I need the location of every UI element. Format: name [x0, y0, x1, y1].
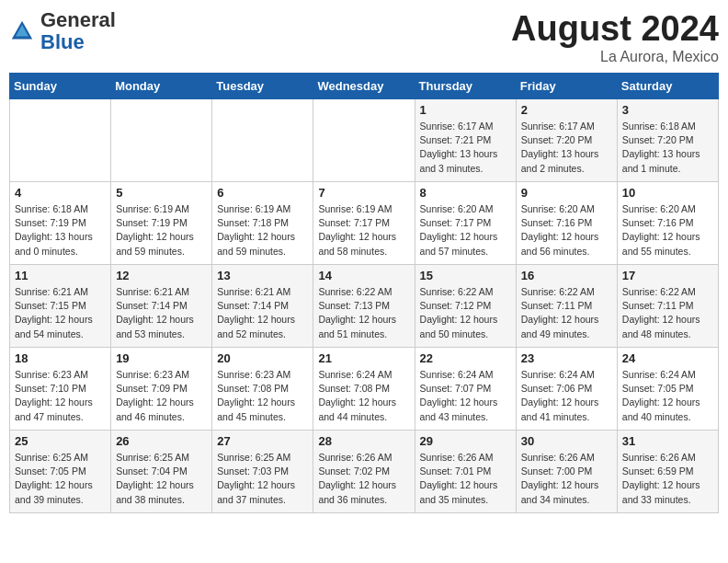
- calendar-cell: 29Sunrise: 6:26 AM Sunset: 7:01 PM Dayli…: [415, 431, 516, 513]
- day-info: Sunrise: 6:26 AM Sunset: 7:01 PM Dayligh…: [420, 451, 511, 507]
- day-number: 23: [521, 351, 612, 365]
- calendar-cell: [10, 99, 111, 182]
- day-info: Sunrise: 6:18 AM Sunset: 7:20 PM Dayligh…: [622, 120, 713, 176]
- day-info: Sunrise: 6:22 AM Sunset: 7:11 PM Dayligh…: [622, 285, 713, 341]
- calendar-cell: [313, 99, 415, 182]
- calendar-table: SundayMondayTuesdayWednesdayThursdayFrid…: [9, 73, 719, 513]
- column-header-monday: Monday: [111, 74, 212, 99]
- day-info: Sunrise: 6:25 AM Sunset: 7:03 PM Dayligh…: [217, 451, 308, 507]
- page-header: General Blue August 2024 La Aurora, Mexi…: [9, 9, 719, 65]
- day-info: Sunrise: 6:26 AM Sunset: 7:02 PM Dayligh…: [318, 451, 409, 507]
- day-number: 13: [217, 269, 308, 282]
- calendar-cell: 13Sunrise: 6:21 AM Sunset: 7:14 PM Dayli…: [212, 265, 313, 348]
- calendar-cell: 28Sunrise: 6:26 AM Sunset: 7:02 PM Dayli…: [313, 431, 415, 513]
- day-info: Sunrise: 6:25 AM Sunset: 7:05 PM Dayligh…: [15, 451, 106, 507]
- calendar-cell: 12Sunrise: 6:21 AM Sunset: 7:14 PM Dayli…: [111, 265, 212, 348]
- day-info: Sunrise: 6:19 AM Sunset: 7:18 PM Dayligh…: [217, 202, 308, 259]
- day-info: Sunrise: 6:20 AM Sunset: 7:17 PM Dayligh…: [420, 202, 511, 259]
- day-info: Sunrise: 6:24 AM Sunset: 7:08 PM Dayligh…: [318, 368, 409, 424]
- column-header-wednesday: Wednesday: [313, 74, 415, 99]
- calendar-cell: 1Sunrise: 6:17 AM Sunset: 7:21 PM Daylig…: [415, 99, 516, 182]
- day-info: Sunrise: 6:17 AM Sunset: 7:20 PM Dayligh…: [521, 120, 612, 176]
- day-number: 1: [420, 103, 511, 117]
- calendar-cell: 9Sunrise: 6:20 AM Sunset: 7:16 PM Daylig…: [516, 182, 617, 265]
- day-number: 2: [521, 103, 612, 117]
- calendar-cell: 6Sunrise: 6:19 AM Sunset: 7:18 PM Daylig…: [212, 182, 313, 265]
- day-info: Sunrise: 6:23 AM Sunset: 7:10 PM Dayligh…: [15, 368, 106, 424]
- calendar-cell: 24Sunrise: 6:24 AM Sunset: 7:05 PM Dayli…: [617, 348, 718, 431]
- logo: General Blue: [9, 9, 116, 53]
- calendar-cell: 23Sunrise: 6:24 AM Sunset: 7:06 PM Dayli…: [516, 348, 617, 431]
- day-number: 29: [420, 434, 511, 448]
- day-number: 22: [420, 351, 511, 365]
- day-info: Sunrise: 6:20 AM Sunset: 7:16 PM Dayligh…: [622, 202, 713, 259]
- calendar-cell: 26Sunrise: 6:25 AM Sunset: 7:04 PM Dayli…: [111, 431, 212, 513]
- column-header-sunday: Sunday: [10, 74, 111, 99]
- day-info: Sunrise: 6:19 AM Sunset: 7:19 PM Dayligh…: [116, 202, 207, 259]
- calendar-cell: 19Sunrise: 6:23 AM Sunset: 7:09 PM Dayli…: [111, 348, 212, 431]
- week-row-5: 25Sunrise: 6:25 AM Sunset: 7:05 PM Dayli…: [10, 431, 719, 513]
- day-info: Sunrise: 6:20 AM Sunset: 7:16 PM Dayligh…: [521, 202, 612, 259]
- day-info: Sunrise: 6:21 AM Sunset: 7:14 PM Dayligh…: [217, 285, 308, 341]
- day-number: 11: [15, 269, 106, 282]
- day-number: 25: [15, 434, 106, 448]
- day-number: 26: [116, 434, 207, 448]
- day-info: Sunrise: 6:22 AM Sunset: 7:13 PM Dayligh…: [318, 285, 409, 341]
- day-info: Sunrise: 6:24 AM Sunset: 7:06 PM Dayligh…: [521, 368, 612, 424]
- day-number: 8: [420, 186, 511, 200]
- day-info: Sunrise: 6:17 AM Sunset: 7:21 PM Dayligh…: [420, 120, 511, 176]
- day-number: 21: [318, 351, 409, 365]
- calendar-cell: 22Sunrise: 6:24 AM Sunset: 7:07 PM Dayli…: [415, 348, 516, 431]
- week-row-4: 18Sunrise: 6:23 AM Sunset: 7:10 PM Dayli…: [10, 348, 719, 431]
- day-number: 28: [318, 434, 409, 448]
- day-number: 14: [318, 269, 409, 282]
- day-number: 4: [15, 186, 106, 200]
- calendar-cell: 8Sunrise: 6:20 AM Sunset: 7:17 PM Daylig…: [415, 182, 516, 265]
- day-number: 17: [622, 269, 713, 282]
- calendar-cell: 17Sunrise: 6:22 AM Sunset: 7:11 PM Dayli…: [617, 265, 718, 348]
- calendar-cell: 31Sunrise: 6:26 AM Sunset: 6:59 PM Dayli…: [617, 431, 718, 513]
- location-subtitle: La Aurora, Mexico: [511, 49, 719, 65]
- calendar-cell: 2Sunrise: 6:17 AM Sunset: 7:20 PM Daylig…: [516, 99, 617, 182]
- calendar-cell: 27Sunrise: 6:25 AM Sunset: 7:03 PM Dayli…: [212, 431, 313, 513]
- calendar-cell: 5Sunrise: 6:19 AM Sunset: 7:19 PM Daylig…: [111, 182, 212, 265]
- day-number: 6: [217, 186, 308, 200]
- day-info: Sunrise: 6:23 AM Sunset: 7:09 PM Dayligh…: [116, 368, 207, 424]
- calendar-cell: 11Sunrise: 6:21 AM Sunset: 7:15 PM Dayli…: [10, 265, 111, 348]
- calendar-cell: [212, 99, 313, 182]
- day-number: 20: [217, 351, 308, 365]
- week-row-2: 4Sunrise: 6:18 AM Sunset: 7:19 PM Daylig…: [10, 182, 719, 265]
- day-info: Sunrise: 6:23 AM Sunset: 7:08 PM Dayligh…: [217, 368, 308, 424]
- week-row-3: 11Sunrise: 6:21 AM Sunset: 7:15 PM Dayli…: [10, 265, 719, 348]
- day-number: 15: [420, 269, 511, 282]
- calendar-cell: 20Sunrise: 6:23 AM Sunset: 7:08 PM Dayli…: [212, 348, 313, 431]
- logo-blue-text: Blue: [40, 30, 85, 53]
- week-row-1: 1Sunrise: 6:17 AM Sunset: 7:21 PM Daylig…: [10, 99, 719, 182]
- logo-general-text: General: [40, 8, 116, 31]
- calendar-cell: 21Sunrise: 6:24 AM Sunset: 7:08 PM Dayli…: [313, 348, 415, 431]
- column-header-thursday: Thursday: [415, 74, 516, 99]
- day-info: Sunrise: 6:26 AM Sunset: 7:00 PM Dayligh…: [521, 451, 612, 507]
- calendar-cell: 10Sunrise: 6:20 AM Sunset: 7:16 PM Dayli…: [617, 182, 718, 265]
- day-info: Sunrise: 6:18 AM Sunset: 7:19 PM Dayligh…: [15, 202, 106, 259]
- calendar-header-row: SundayMondayTuesdayWednesdayThursdayFrid…: [10, 74, 719, 99]
- day-number: 18: [15, 351, 106, 365]
- calendar-cell: 14Sunrise: 6:22 AM Sunset: 7:13 PM Dayli…: [313, 265, 415, 348]
- day-number: 12: [116, 269, 207, 282]
- column-header-saturday: Saturday: [617, 74, 718, 99]
- calendar-cell: 18Sunrise: 6:23 AM Sunset: 7:10 PM Dayli…: [10, 348, 111, 431]
- day-number: 3: [622, 103, 713, 117]
- day-number: 7: [318, 186, 409, 200]
- day-info: Sunrise: 6:22 AM Sunset: 7:12 PM Dayligh…: [420, 285, 511, 341]
- day-info: Sunrise: 6:26 AM Sunset: 6:59 PM Dayligh…: [622, 451, 713, 507]
- day-info: Sunrise: 6:22 AM Sunset: 7:11 PM Dayligh…: [521, 285, 612, 341]
- calendar-cell: 30Sunrise: 6:26 AM Sunset: 7:00 PM Dayli…: [516, 431, 617, 513]
- day-info: Sunrise: 6:21 AM Sunset: 7:15 PM Dayligh…: [15, 285, 106, 341]
- column-header-friday: Friday: [516, 74, 617, 99]
- month-year-title: August 2024: [511, 9, 719, 49]
- title-block: August 2024 La Aurora, Mexico: [511, 9, 719, 65]
- day-info: Sunrise: 6:25 AM Sunset: 7:04 PM Dayligh…: [116, 451, 207, 507]
- calendar-cell: 3Sunrise: 6:18 AM Sunset: 7:20 PM Daylig…: [617, 99, 718, 182]
- day-number: 24: [622, 351, 713, 365]
- day-number: 27: [217, 434, 308, 448]
